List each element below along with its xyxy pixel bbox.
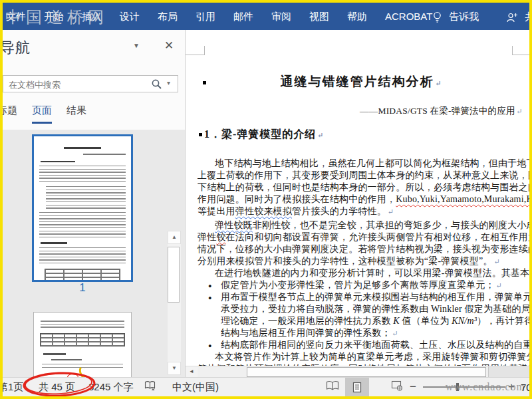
document-line: 下结构上的荷载，但同时也是结构本身的一部分。所以，必须考虑结构与围岩之间的相互: [198, 182, 525, 194]
ribbon-tab-8[interactable]: 审阅: [271, 3, 291, 30]
horizontal-scrollbar[interactable]: ◄: [186, 366, 529, 377]
document-line: ●假定管片为小变形弹性梁，管片为足够多个离散等厚度直梁单元；↵: [198, 279, 525, 291]
page-thumbnails-area: 1 ▲: [3, 130, 185, 377]
square-bullet-icon: [199, 133, 202, 136]
navigation-pane: 导航 ▼ ✕ ▾ 标题页面结果: [3, 30, 186, 377]
mini-paragraph: [41, 321, 124, 329]
document-line: 弹性铰既非刚性铰，也不是完全铰，其承担的弯矩多少，与接头的刚度大小成正比。: [198, 219, 525, 231]
scrollbar-corner: [488, 366, 529, 377]
ribbon-tab-7[interactable]: 邮件: [233, 3, 253, 30]
search-icon[interactable]: [151, 78, 163, 90]
watermark-site-name: 中国道桥网: [5, 7, 108, 28]
tell-me-label: 告诉我: [449, 11, 479, 22]
lightbulb-icon: [432, 11, 442, 24]
person-add-icon: [507, 12, 518, 23]
ribbon-tab-5[interactable]: 布局: [158, 3, 178, 30]
chevron-down-icon[interactable]: ▼: [133, 42, 140, 49]
tell-me-button[interactable]: 告诉我: [432, 3, 479, 30]
document-content[interactable]: 通缝与错缝管片结构分析↵――MIDAS/GTS 在梁-弹簧法中的应用↵1．梁-弹…: [186, 30, 529, 366]
mini-heading: [41, 242, 67, 244]
pilcrow-mark: ↵: [496, 281, 502, 289]
pilcrow-mark: ↵: [388, 207, 394, 215]
mini-heading: [41, 161, 75, 163]
watermark-site-url: www.cndao.com: [446, 381, 525, 393]
document-line: 等提出用弹性铰来模拟管片接头的力学特性。↵: [198, 205, 525, 217]
mini-bullet-block: [46, 186, 126, 210]
document-line: 在进行地铁隧道的内力和变形分析计算时，可以采用梁-弹簧模型法。其基本假定如下：↵: [198, 267, 525, 279]
ribbon-tab-11[interactable]: ACROBAT: [385, 3, 432, 30]
document-line: 分别用来模拟管片和接头的力学特性，这种模型被称为“梁-弹簧模型”。↵: [198, 255, 525, 267]
document-line: 本文将管片作为计算上较为简单的直梁单元考虑，采用旋转弹簧和剪切弹簧分别模拟: [198, 351, 525, 363]
close-icon[interactable]: ✕: [164, 39, 174, 53]
print-layout-button[interactable]: [345, 378, 369, 396]
mini-title: [64, 147, 101, 149]
document-line: ●用布置于模型各节点上的弹簧单元来模拟围岩与结构的相互作用，弹簧单元不能: [198, 291, 525, 303]
web-layout-button[interactable]: [391, 380, 403, 394]
zoom-out-button[interactable]: −: [410, 380, 416, 394]
document-line: 理论确定，一般采用地层的弹性抗力系数 K 值（单位为 KN/m³），再计算得出模…: [198, 315, 525, 327]
pilcrow-mark: ↵: [317, 131, 324, 139]
print-layout-icon: [352, 382, 362, 393]
document-line: 地下结构与地上结构相比，虽然在几何上都可以简化为框架结构，但由于地下结构在: [198, 158, 525, 170]
page-thumbnail-1[interactable]: [32, 134, 133, 282]
scroll-up-icon[interactable]: ▲: [168, 231, 181, 244]
ribbon-tab-9[interactable]: 视图: [309, 3, 329, 30]
document-line: 结构与地层相互作用间弹簧的弹性系数；↵: [198, 327, 525, 339]
bullet-icon: ●: [208, 280, 221, 292]
document-line: ●结构底部作用相同的竖向反力来平衡地面荷载、土压、水压以及结构的自重。↵: [198, 339, 525, 351]
page-total[interactable]: 共 45 页: [39, 381, 75, 394]
doc-heading-1: 1．梁-弹簧模型的介绍↵: [198, 128, 525, 141]
ribbon-tab-10[interactable]: 帮助: [347, 3, 367, 30]
nav-tabs: 标题页面结果: [3, 104, 101, 124]
search-input[interactable]: [7, 77, 136, 92]
horizontal-scrollbar-thumb[interactable]: [247, 367, 486, 377]
document-line: 上覆土荷载的作用下，其变形要受到周围土体本身的约束，从某种意义上来说，围岩是地: [198, 170, 525, 182]
word-window: 文件开始插入设计布局引用邮件审阅视图帮助ACROBAT 告诉我 共享 导航 ▼ …: [0, 0, 532, 399]
ribbon-tab-4[interactable]: 设计: [120, 3, 140, 30]
mini-paragraph: [39, 166, 126, 184]
document-line: 作用问题。同时为了模拟接头在结构中的作用，Kubo,Yuki,Yamamoto,…: [198, 194, 525, 205]
word-count[interactable]: 3245 个字: [88, 381, 134, 394]
mini-subheading: [51, 359, 82, 360]
language-indicator[interactable]: 中文(中国): [172, 381, 219, 394]
scroll-down-icon[interactable]: ▼: [168, 362, 181, 375]
mini-diagram: [34, 369, 131, 378]
ribbon-tab-6[interactable]: 引用: [196, 3, 215, 30]
mini-paragraph: [39, 247, 126, 265]
document-area: 通缝与错缝管片结构分析↵――MIDAS/GTS 在梁-弹簧法中的应用↵1．梁-弹…: [186, 30, 529, 377]
nav-scrollbar[interactable]: ▲ ▼: [168, 231, 181, 375]
pilcrow-mark: ↵: [494, 257, 500, 265]
page-position[interactable]: 第1页: [3, 381, 23, 394]
nav-tab-3[interactable]: 结果: [66, 104, 86, 122]
nav-tab-2[interactable]: 页面: [32, 104, 52, 124]
page-thumbnail-2[interactable]: [33, 312, 132, 377]
doc-subtitle: ――MIDAS/GTS 在梁-弹簧法中的应用↵: [198, 105, 525, 117]
nav-scrollbar-thumb[interactable]: [168, 247, 180, 303]
nav-pane-title: 导航: [3, 38, 31, 58]
document-line: 情况下，位移的大小由弹簧刚度决定。若将管片结构视为梁，接头视为变形连续的弹簧，: [198, 243, 525, 255]
nav-search-box[interactable]: ▾: [3, 75, 178, 92]
scroll-left-icon[interactable]: ◄: [186, 366, 198, 377]
mini-paragraph: [39, 212, 126, 237]
nav-tab-1[interactable]: 标题: [3, 104, 17, 122]
pilcrow-mark: ↵: [435, 79, 442, 87]
page-number-label[interactable]: 1: [32, 281, 133, 295]
doc-title: 通缝与错缝管片结构分析↵: [198, 72, 525, 91]
read-mode-button[interactable]: [326, 381, 339, 394]
square-bullet-icon: [203, 81, 206, 84]
share-label: 共享: [525, 11, 529, 22]
mini-table: [45, 269, 120, 282]
search-dropdown-icon[interactable]: ▾: [167, 79, 170, 86]
mini-yellow-arrow: [76, 366, 94, 377]
zoom-percentage[interactable]: 70: [521, 382, 529, 393]
bullet-icon: ●: [208, 292, 221, 304]
pilcrow-mark: ↵: [392, 329, 398, 337]
bullet-icon: ●: [208, 340, 221, 352]
share-button[interactable]: 共享: [507, 3, 529, 30]
pilcrow-mark: ↵: [517, 107, 523, 115]
mini-table: [40, 333, 125, 346]
proofing-icon[interactable]: [144, 381, 156, 394]
document-line: 弹性铰在法向和切向都设置有弹簧，允许接头两侧管片有相对位移，在相互作用力一定的: [198, 231, 525, 243]
mini-subtitle: [83, 154, 126, 155]
document-line: 承受拉力，受拉力将自动脱落，弹簧的弹性系数由 Winkler 假定为基础的局部变…: [198, 303, 525, 315]
